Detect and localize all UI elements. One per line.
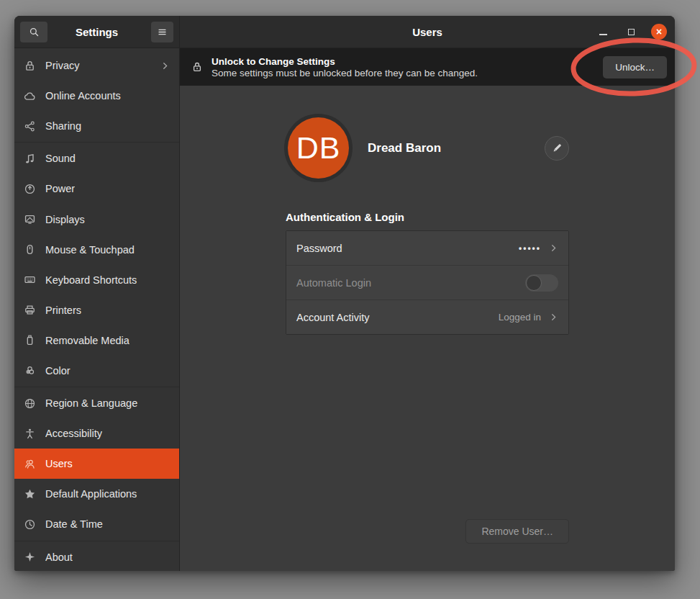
sidebar-item-region-language[interactable]: Region & Language xyxy=(14,388,179,418)
chevron-right-icon xyxy=(549,243,558,253)
sidebar-item-label: Privacy xyxy=(45,60,80,71)
sidebar: Settings PrivacyOnline AccountsSharingSo… xyxy=(14,16,180,571)
profile-row: DB Dread Baron xyxy=(286,117,569,179)
titlebar: Users × xyxy=(180,16,675,48)
sidebar-item-privacy[interactable]: Privacy xyxy=(14,50,179,81)
unlock-banner: Unlock to Change Settings Some settings … xyxy=(180,48,675,86)
sidebar-item-keyboard-shortcuts[interactable]: Keyboard Shortcuts xyxy=(14,265,179,295)
settings-row-password[interactable]: Password••••• xyxy=(286,231,568,265)
user-name: Dread Baron xyxy=(368,141,441,156)
lock-icon xyxy=(191,61,203,73)
users-icon xyxy=(24,458,36,470)
auth-section-heading: Authentication & Login xyxy=(286,211,569,223)
row-label: Account Activity xyxy=(296,312,370,323)
cloud-icon xyxy=(24,90,36,102)
sidebar-item-label: Printers xyxy=(45,305,81,316)
sidebar-separator xyxy=(14,541,179,541)
sidebar-item-label: Users xyxy=(45,458,73,469)
sidebar-item-label: Power xyxy=(45,183,75,194)
sidebar-item-label: Mouse & Touchpad xyxy=(45,244,135,256)
minimize-icon xyxy=(599,34,607,35)
page-title: Users xyxy=(412,26,442,38)
accessibility-icon xyxy=(24,428,36,440)
search-icon xyxy=(29,27,40,37)
sidebar-item-mouse-touchpad[interactable]: Mouse & Touchpad xyxy=(14,235,179,265)
sidebar-item-label: Sharing xyxy=(45,120,81,132)
content-pane: Users × Unlock to Change Settings Some s… xyxy=(180,16,675,571)
sidebar-item-label: Color xyxy=(45,365,71,377)
auth-card: Password•••••Automatic LoginAccount Acti… xyxy=(286,230,569,335)
avatar-initials: DB xyxy=(296,130,341,166)
row-label: Automatic Login xyxy=(296,277,371,289)
power-icon xyxy=(24,183,36,195)
sidebar-item-removable-media[interactable]: Removable Media xyxy=(14,325,179,356)
row-value: ••••• xyxy=(519,243,541,253)
sidebar-item-label: About xyxy=(45,551,73,563)
sidebar-item-label: Default Applications xyxy=(45,488,137,500)
keyboard-icon xyxy=(24,274,36,286)
edit-name-button[interactable] xyxy=(545,136,569,161)
sidebar-item-date-time[interactable]: Date & Time xyxy=(14,509,179,539)
sidebar-separator xyxy=(14,142,179,143)
remove-user-button[interactable]: Remove User… xyxy=(465,519,569,544)
banner-title: Unlock to Change Settings xyxy=(212,56,478,67)
automatic-login-toggle[interactable] xyxy=(525,274,558,292)
clock-icon xyxy=(24,518,36,531)
sidebar-item-online-accounts[interactable]: Online Accounts xyxy=(14,81,179,111)
unlock-button[interactable]: Unlock… xyxy=(603,56,667,78)
sidebar-item-color[interactable]: Color xyxy=(14,356,179,386)
sidebar-item-label: Displays xyxy=(45,214,85,225)
display-icon xyxy=(24,213,36,225)
avatar: DB xyxy=(288,117,349,179)
sidebar-item-label: Date & Time xyxy=(45,518,103,530)
share-icon xyxy=(24,120,36,132)
minimize-button[interactable] xyxy=(595,24,611,40)
close-icon: × xyxy=(656,27,662,37)
pencil-icon xyxy=(552,143,563,153)
mouse-icon xyxy=(24,243,36,256)
sidebar-item-label: Removable Media xyxy=(45,335,129,346)
sidebar-item-label: Sound xyxy=(45,153,76,164)
chevron-right-icon xyxy=(160,61,170,71)
sidebar-item-printers[interactable]: Printers xyxy=(14,295,179,325)
banner-subtitle: Some settings must be unlocked before th… xyxy=(212,68,478,78)
maximize-icon xyxy=(628,29,635,35)
sidebar-item-sound[interactable]: Sound xyxy=(14,143,179,174)
sidebar-item-users[interactable]: Users xyxy=(14,449,179,479)
sidebar-item-about[interactable]: About xyxy=(14,542,179,572)
sidebar-item-accessibility[interactable]: Accessibility xyxy=(14,418,179,449)
globe-icon xyxy=(24,397,36,410)
sidebar-item-power[interactable]: Power xyxy=(14,174,179,204)
sparkle-icon xyxy=(24,551,36,563)
sidebar-item-displays[interactable]: Displays xyxy=(14,204,179,234)
sidebar-item-default-applications[interactable]: Default Applications xyxy=(14,479,179,509)
sidebar-item-label: Keyboard Shortcuts xyxy=(45,274,137,286)
sidebar-item-sharing[interactable]: Sharing xyxy=(14,111,179,141)
close-button[interactable]: × xyxy=(651,24,667,40)
row-label: Password xyxy=(296,243,342,254)
settings-row-account-activity[interactable]: Account ActivityLogged in xyxy=(286,300,568,334)
banner-text: Unlock to Change Settings Some settings … xyxy=(212,56,478,78)
toggle-knob xyxy=(526,275,542,291)
color-icon xyxy=(24,364,36,377)
sidebar-nav: PrivacyOnline AccountsSharingSoundPowerD… xyxy=(14,48,179,571)
printer-icon xyxy=(24,304,36,316)
chevron-right-icon xyxy=(549,312,558,322)
sidebar-item-label: Accessibility xyxy=(45,428,102,439)
maximize-button[interactable] xyxy=(623,24,639,40)
settings-window: Settings PrivacyOnline AccountsSharingSo… xyxy=(14,16,675,571)
settings-row-automatic-login[interactable]: Automatic Login xyxy=(286,265,568,300)
search-button[interactable] xyxy=(20,22,47,42)
sidebar-header: Settings xyxy=(14,16,179,48)
main-column: DB Dread Baron Authentication & Login Pa… xyxy=(286,86,569,571)
removable-media-icon xyxy=(24,334,36,346)
window-controls: × xyxy=(595,16,667,48)
lock-icon xyxy=(24,60,36,72)
menu-button[interactable] xyxy=(151,22,173,42)
sound-icon xyxy=(24,153,36,165)
menu-icon xyxy=(157,27,168,37)
sidebar-separator xyxy=(14,387,179,387)
sidebar-item-label: Online Accounts xyxy=(45,90,121,102)
sidebar-item-label: Region & Language xyxy=(45,397,137,409)
star-icon xyxy=(24,488,36,500)
